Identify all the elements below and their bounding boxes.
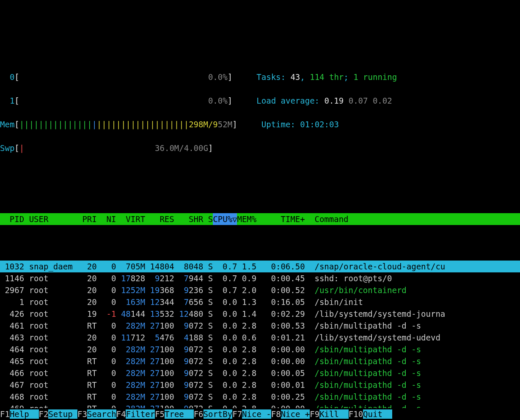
- uptime-label: Uptime:: [261, 120, 300, 129]
- fn-F10-label[interactable]: Quit: [363, 409, 392, 419]
- process-table[interactable]: 1032snap_daem200705M148048048S0.71.5 0:0…: [0, 261, 520, 420]
- process-row[interactable]: 463root2001171254764188S0.00.6 0:01.21/l…: [0, 332, 520, 343]
- fn-F2[interactable]: F2: [39, 409, 49, 419]
- process-row[interactable]: 2967root2001252M193689236S0.72.0 0:00.52…: [0, 284, 520, 296]
- col-mem[interactable]: MEM%: [237, 213, 256, 225]
- load-label: Load average:: [256, 96, 324, 105]
- col-shr[interactable]: SHR: [174, 213, 204, 225]
- fn-F6-label[interactable]: SortBy: [204, 409, 233, 419]
- col-cpu-sorted[interactable]: CPU%▽: [213, 213, 237, 225]
- cpu1-meter: 1[ 0.0%] Load average: 0.19 0.07 0.02: [0, 95, 520, 107]
- fn-F9[interactable]: F9: [310, 409, 319, 419]
- fn-F5[interactable]: F5: [155, 409, 165, 419]
- cpu0-meter: 0[ 0.0%] Tasks: 43, 114 thr; 1 running: [0, 71, 520, 83]
- fn-F5-label[interactable]: Tree: [165, 409, 194, 419]
- col-virt[interactable]: VIRT: [116, 213, 146, 225]
- footer[interactable]: F1Help F2Setup F3SearchF4FilterF5Tree F6…: [0, 408, 520, 420]
- tasks-label: Tasks:: [256, 72, 290, 82]
- mem-meter: Mem[|||||||||||||||||||||||||||||||||||2…: [0, 118, 520, 130]
- process-row[interactable]: 426root19-1481441353212480S0.01.4 0:02.2…: [0, 308, 520, 320]
- col-command[interactable]: Command: [305, 213, 349, 225]
- process-row[interactable]: 1032snap_daem200705M148048048S0.71.5 0:0…: [0, 261, 520, 272]
- process-row[interactable]: 465rootRT0282M271009072S0.02.8 0:00.00/s…: [0, 355, 520, 367]
- fn-F8-label[interactable]: Nice +: [281, 409, 310, 419]
- process-row[interactable]: 1root200163M123447656S0.01.3 0:16.05/sbi…: [0, 296, 520, 308]
- process-row[interactable]: 468rootRT0282M271009072S0.02.8 0:00.25/s…: [0, 391, 520, 403]
- col-time[interactable]: TIME+: [266, 213, 305, 225]
- swp-meter: Swp[| 36.0M/4.00G]: [0, 142, 520, 154]
- spacer: [0, 166, 520, 178]
- col-pid[interactable]: PID: [0, 213, 24, 225]
- fn-F8[interactable]: F8: [271, 409, 281, 419]
- col-user[interactable]: USER: [29, 213, 77, 225]
- fn-F2-label[interactable]: Setup: [48, 409, 77, 419]
- fn-F7[interactable]: F7: [232, 409, 242, 419]
- col-ni[interactable]: NI: [97, 213, 116, 225]
- fn-F1-label[interactable]: Help: [10, 409, 39, 419]
- fn-F9-label[interactable]: Kill: [319, 409, 349, 419]
- process-row[interactable]: 1146root2001782892127944S0.70.9 0:00.45s…: [0, 272, 520, 284]
- fn-F4[interactable]: F4: [116, 409, 126, 419]
- process-row[interactable]: 461rootRT0282M271009072S0.02.8 0:00.53/s…: [0, 320, 520, 332]
- fn-F6[interactable]: F6: [194, 409, 204, 419]
- process-row[interactable]: 467rootRT0282M271009072S0.02.8 0:00.01/s…: [0, 379, 520, 391]
- fn-F4-label[interactable]: Filter: [126, 409, 155, 419]
- fn-F7-label[interactable]: Nice -: [242, 409, 271, 419]
- col-res[interactable]: RES: [145, 213, 174, 225]
- col-pri[interactable]: PRI: [77, 213, 97, 225]
- process-row[interactable]: 466rootRT0282M271009072S0.02.8 0:00.05/s…: [0, 367, 520, 379]
- fn-F3[interactable]: F3: [77, 409, 87, 419]
- fn-F1[interactable]: F1: [0, 409, 10, 419]
- fn-F10[interactable]: F10: [349, 409, 363, 419]
- sort-indicator-icon: ▽: [232, 214, 237, 224]
- process-row[interactable]: 464root200282M271009072S0.02.8 0:00.00/s…: [0, 343, 520, 355]
- fn-F3-label[interactable]: Search: [87, 409, 116, 419]
- table-header[interactable]: PIDUSERPRINIVIRTRESSHRSCPU%▽MEM% TIME+Co…: [0, 213, 520, 225]
- col-state[interactable]: S: [203, 213, 213, 225]
